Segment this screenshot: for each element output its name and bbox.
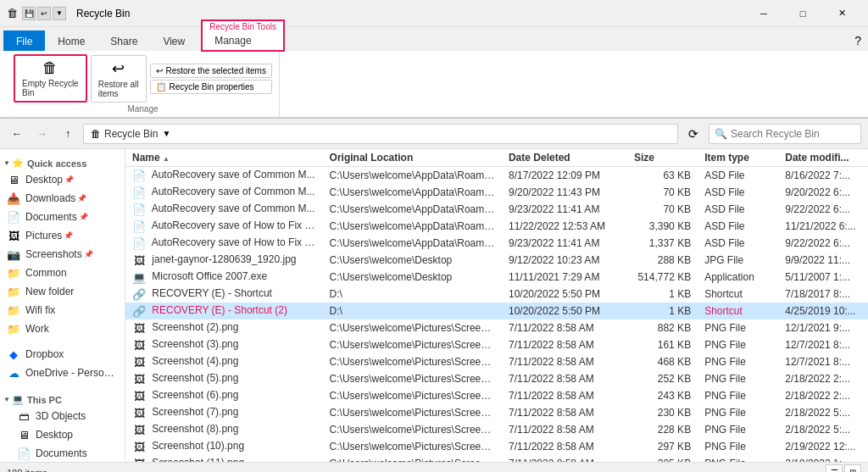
file-location-cell: C:\Users\welcome\Pictures\Screenshots bbox=[323, 319, 502, 336]
file-size-cell: 882 KB bbox=[627, 319, 698, 336]
table-row[interactable]: 🖼 Screenshot (10).png C:\Users\welcome\P… bbox=[125, 438, 868, 455]
dropdown-btn[interactable]: ▼ bbox=[53, 7, 66, 20]
table-row[interactable]: 🖼 janet-gaynor-1280639_1920.jpg C:\Users… bbox=[125, 252, 868, 269]
sidebar-item-3dobjects[interactable]: 🗃 3D Objects bbox=[0, 407, 125, 425]
file-size-cell: 514,772 KB bbox=[627, 269, 698, 286]
large-icons-view-btn[interactable]: ⊞ bbox=[844, 464, 861, 473]
table-row[interactable]: 🖼 Screenshot (2).png C:\Users\welcome\Pi… bbox=[125, 319, 868, 336]
properties-button[interactable]: 📋 Recycle Bin properties bbox=[150, 80, 272, 94]
table-row[interactable]: 🖼 Screenshot (3).png C:\Users\welcome\Pi… bbox=[125, 336, 868, 353]
table-row[interactable]: 🔗 RECOVERY (E) - Shortcut D:\ 10/20/2022… bbox=[125, 286, 868, 303]
status-bar: 180 items ☰ ⊞ bbox=[0, 462, 868, 472]
help-button[interactable]: ? bbox=[851, 31, 865, 51]
search-input[interactable] bbox=[731, 128, 832, 140]
file-size-cell: 230 KB bbox=[627, 404, 698, 421]
sidebar-item-downloads[interactable]: 📥 Downloads 📌 bbox=[0, 189, 125, 208]
path-icon: 🗑 bbox=[91, 128, 101, 140]
file-size-cell: 1 KB bbox=[627, 303, 698, 319]
tab-home[interactable]: Home bbox=[45, 31, 97, 51]
col-header-datemod[interactable]: Date modifi... bbox=[778, 149, 868, 167]
status-views: ☰ ⊞ bbox=[826, 464, 861, 473]
manage-button[interactable]: 🗑 Empty RecycleBin bbox=[14, 54, 87, 103]
file-name: Screenshot (11).png bbox=[152, 457, 244, 462]
table-row[interactable]: 📄 AutoRecovery save of Common M... C:\Us… bbox=[125, 167, 868, 185]
forward-button[interactable]: → bbox=[32, 124, 53, 144]
restore-selected-button[interactable]: ↩ Restore the selected items bbox=[150, 64, 272, 78]
table-row[interactable]: 📄 AutoRecovery save of Common M... C:\Us… bbox=[125, 201, 868, 218]
tab-manage[interactable]: Manage bbox=[201, 31, 285, 52]
file-location-cell: C:\Users\welcome\AppData\Roaming\M... bbox=[323, 184, 502, 201]
sidebar-item-pc-desktop[interactable]: 🖥 Desktop bbox=[0, 425, 125, 444]
file-list[interactable]: Name ▲ Original Location Date Deleted Si… bbox=[125, 149, 868, 462]
table-row[interactable]: 🔗 RECOVERY (E) - Shortcut (2) D:\ 10/20/… bbox=[125, 303, 868, 319]
details-view-btn[interactable]: ☰ bbox=[826, 464, 843, 473]
up-button[interactable]: ↑ bbox=[58, 124, 78, 144]
address-dropdown-arrow[interactable]: ▼ bbox=[158, 129, 175, 138]
table-row[interactable]: 📄 AutoRecovery save of How to Fix U... C… bbox=[125, 235, 868, 252]
file-type-cell: ASD File bbox=[698, 201, 778, 218]
tab-file[interactable]: File bbox=[3, 31, 45, 51]
quick-access-btn[interactable]: 💾 bbox=[22, 7, 36, 20]
table-row[interactable]: 🖼 Screenshot (8).png C:\Users\welcome\Pi… bbox=[125, 421, 868, 438]
sidebar-item-wififix[interactable]: 📁 Wifi fix bbox=[0, 301, 125, 319]
refresh-button[interactable]: ⟳ bbox=[683, 124, 704, 144]
file-date-cell: 7/11/2022 8:58 AM bbox=[502, 353, 627, 370]
file-date-cell: 7/11/2022 8:58 AM bbox=[502, 319, 627, 336]
table-row[interactable]: 📄 AutoRecovery save of How to Fix R... C… bbox=[125, 218, 868, 235]
address-input[interactable]: 🗑 Recycle Bin ▼ bbox=[83, 124, 678, 144]
sidebar-item-onedrive[interactable]: ☁ OneDrive - Person... bbox=[0, 364, 125, 382]
onedrive-label: OneDrive - Person... bbox=[25, 367, 118, 379]
table-row[interactable]: 💻 Microsoft Office 2007.exe C:\Users\wel… bbox=[125, 269, 868, 286]
ribbon: File Home Share View Recycle Bin Tools M… bbox=[0, 27, 868, 119]
thispc-header[interactable]: ▼ 💻 This PC bbox=[0, 389, 125, 407]
sidebar-item-pictures[interactable]: 🖼 Pictures 📌 bbox=[0, 226, 125, 245]
col-header-date[interactable]: Date Deleted bbox=[502, 149, 627, 167]
ribbon-group-manage: 🗑 Empty RecycleBin ↩ Restore allitems ↩ … bbox=[7, 51, 280, 117]
sidebar-item-screenshots[interactable]: 📷 Screenshots 📌 bbox=[0, 245, 125, 264]
maximize-button[interactable]: □ bbox=[783, 0, 822, 27]
file-name: AutoRecovery save of Common M... bbox=[152, 169, 315, 180]
sidebar-item-dropbox[interactable]: ◆ Dropbox bbox=[0, 345, 125, 364]
table-row[interactable]: 🖼 Screenshot (4).png C:\Users\welcome\Pi… bbox=[125, 353, 868, 370]
sidebar-item-newfolder[interactable]: 📁 New folder bbox=[0, 282, 125, 301]
tab-view[interactable]: View bbox=[150, 31, 198, 51]
back-button[interactable]: ← bbox=[7, 124, 27, 144]
undo-btn[interactable]: ↩ bbox=[37, 7, 51, 20]
col-header-name[interactable]: Name ▲ bbox=[125, 149, 323, 167]
col-header-type[interactable]: Item type bbox=[698, 149, 778, 167]
sidebar-item-common[interactable]: 📁 Common bbox=[0, 264, 125, 282]
file-size-cell: 161 KB bbox=[627, 336, 698, 353]
3dobjects-label: 3D Objects bbox=[36, 410, 86, 422]
file-name: Screenshot (3).png bbox=[152, 338, 238, 350]
sidebar-item-pc-documents[interactable]: 📄 Documents bbox=[0, 444, 125, 462]
quick-access-header[interactable]: ▼ ⭐ Quick access bbox=[0, 153, 125, 170]
app-icon: 🗑 bbox=[7, 7, 20, 20]
desktop-label: Desktop bbox=[25, 174, 63, 186]
table-row[interactable]: 📄 AutoRecovery save of Common M... C:\Us… bbox=[125, 184, 868, 201]
file-date-cell: 9/23/2022 11:41 AM bbox=[502, 235, 627, 252]
table-row[interactable]: 🖼 Screenshot (7).png C:\Users\welcome\Pi… bbox=[125, 404, 868, 421]
sidebar-item-desktop[interactable]: 🖥 Desktop 📌 bbox=[0, 170, 125, 189]
table-row[interactable]: 🖼 Screenshot (6).png C:\Users\welcome\Pi… bbox=[125, 387, 868, 404]
file-datemod-cell: 2/19/2022 12:... bbox=[778, 438, 868, 455]
col-header-size[interactable]: Size bbox=[627, 149, 698, 167]
file-icon: 🖼 bbox=[132, 389, 146, 403]
col-header-location[interactable]: Original Location bbox=[323, 149, 502, 167]
pc-documents-icon: 📄 bbox=[17, 447, 31, 460]
sidebar-item-documents[interactable]: 📄 Documents 📌 bbox=[0, 208, 125, 226]
newfolder-icon: 📁 bbox=[7, 285, 20, 298]
restore-button[interactable]: ↩ Restore allitems bbox=[91, 55, 147, 103]
wififix-icon: 📁 bbox=[7, 303, 20, 317]
table-row[interactable]: 🖼 Screenshot (11).png C:\Users\welcome\P… bbox=[125, 455, 868, 462]
search-box[interactable]: 🔍 bbox=[709, 124, 861, 144]
titlebar: 🗑 💾 ↩ ▼ Recycle Bin ─ □ ✕ bbox=[0, 0, 868, 27]
file-location-cell: C:\Users\welcome\Pictures\Screenshots bbox=[323, 387, 502, 404]
sidebar-item-work[interactable]: 📁 Work bbox=[0, 319, 125, 338]
file-name: AutoRecovery save of Common M... bbox=[152, 186, 315, 197]
tab-share[interactable]: Share bbox=[97, 31, 150, 51]
minimize-button[interactable]: ─ bbox=[744, 0, 783, 27]
table-row[interactable]: 🖼 Screenshot (5).png C:\Users\welcome\Pi… bbox=[125, 370, 868, 387]
file-location-cell: C:\Users\welcome\AppData\Roaming\M... bbox=[323, 201, 502, 218]
downloads-icon: 📥 bbox=[7, 192, 20, 205]
close-button[interactable]: ✕ bbox=[822, 0, 861, 27]
